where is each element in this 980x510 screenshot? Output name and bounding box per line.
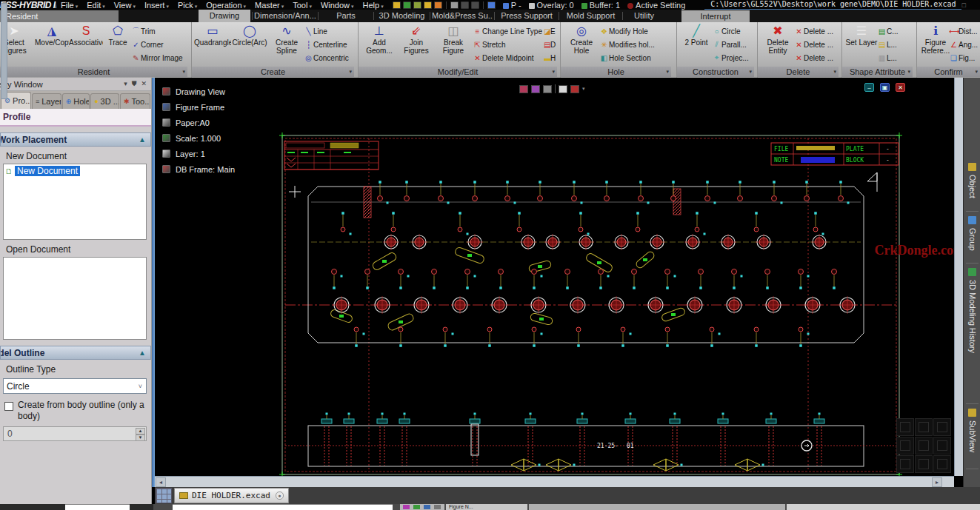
tree-paper[interactable]: Paper:A0 [162, 115, 235, 130]
menu-tool[interactable]: Tool▾ [288, 1, 316, 10]
panel-tab-hole[interactable]: ⊕Hole [62, 93, 90, 109]
shape-attr-c-button[interactable]: ▤C... [877, 24, 911, 38]
scroll-left-button[interactable]: ◂ [156, 477, 166, 487]
view-config-icon[interactable] [519, 85, 528, 93]
create-spline-button[interactable]: ∿Create Spline [268, 24, 305, 55]
view-orientation-icon[interactable] [915, 455, 933, 473]
drawing-canvas[interactable]: FILENOTEPLATEBLOCK--21-25-01 Drawing Vie… [155, 78, 954, 476]
new-file-icon[interactable] [393, 1, 401, 9]
move-copy-button[interactable]: ◮Move/Copy [35, 24, 69, 55]
canvas-maximize-button[interactable]: ▣ [880, 83, 890, 92]
trace-button[interactable]: ⬠Trace [103, 24, 133, 55]
import-icon[interactable] [424, 1, 432, 9]
delete-option-3-button[interactable]: ✕Delete ... [794, 51, 837, 64]
hole-section-button[interactable]: ◧Hole Section [599, 51, 670, 64]
delete-midpoint-button[interactable]: ✕Delete Midpoint [473, 51, 544, 64]
menu-operation[interactable]: Operation▾ [201, 1, 250, 10]
spinner-down-button[interactable]: ▼ [136, 434, 145, 441]
group-label-shape-attribute[interactable]: Shape Attribute▾ [842, 67, 913, 77]
view-orientation-icon[interactable] [915, 418, 933, 436]
change-line-type-button[interactable]: ≡Change Line Type [473, 24, 544, 38]
side-tab-group[interactable]: Group [964, 214, 980, 258]
undo-icon[interactable] [461, 1, 469, 9]
tree-drawing-view[interactable]: Drawing View [162, 84, 235, 99]
panel-tab-layer[interactable]: ≡Layer [32, 93, 61, 109]
record-icon[interactable] [570, 85, 579, 93]
corner-button[interactable]: ✓Corner [131, 38, 186, 51]
group-label-confirm[interactable]: Confirm▾ [917, 67, 980, 77]
tab-mold-support[interactable]: Mold Support [561, 10, 621, 22]
export-icon[interactable] [434, 1, 442, 9]
panel-pin-button[interactable]: ⛊ [132, 80, 137, 88]
group-label-construction[interactable]: Construction▾ [677, 67, 754, 77]
delete-option-2-button[interactable]: ✕Delete ... [794, 38, 837, 51]
canvas-close-button[interactable]: ✕ [896, 83, 905, 92]
side-tab-subview[interactable]: SubView [964, 406, 980, 464]
vertical-scrollbar-thumb[interactable] [1, 3, 7, 99]
centerline-button[interactable]: ┆Centerline [304, 38, 353, 51]
distance-button[interactable]: ⟷Dist... [949, 24, 979, 38]
panel-menu-button[interactable]: ▾ [124, 80, 127, 88]
grid-toggle-button[interactable] [156, 488, 172, 503]
tab-press-support[interactable]: Press Support [496, 10, 557, 22]
modifies-holes-button[interactable]: ✳Modifies hol... [599, 38, 670, 51]
quadrangle-button[interactable]: ▭Quadrangle [194, 24, 231, 55]
side-tab-3d-history[interactable]: 3D Modeling History [964, 266, 980, 399]
group-label-delete[interactable]: Delete▾ [758, 67, 839, 77]
angle-button[interactable]: ∠Ang... [949, 38, 979, 51]
toolbar-more-icon[interactable]: ▾ [582, 86, 585, 92]
tab-resident[interactable]: Resident [0, 10, 119, 22]
bottom-tool-icon[interactable] [434, 505, 441, 509]
view-orientation-icon[interactable] [933, 437, 951, 454]
menu-insert[interactable]: Insert▾ [140, 1, 173, 10]
figure-confirm-button[interactable]: ❏Fig... [949, 51, 979, 64]
panel-tab-tools[interactable]: ✱Too... [120, 93, 150, 109]
figure-reference-button[interactable]: ℹFigure Refere... [919, 24, 952, 55]
construction-circle-button[interactable]: ○Circle [712, 24, 753, 38]
view-orientation-icon[interactable] [933, 455, 951, 473]
menu-window[interactable]: Window▾ [316, 1, 359, 10]
projection-button[interactable]: ⌖Projec... [712, 51, 753, 64]
menu-master[interactable]: Master▾ [250, 1, 288, 10]
tree-db-frame[interactable]: DB Frame: Main [162, 161, 235, 177]
printer-icon[interactable] [450, 1, 459, 9]
group-label-resident[interactable]: Resident▾ [0, 67, 187, 77]
join-figures-button[interactable]: ⇙Join Figures [398, 24, 435, 55]
view-orientation-icon[interactable] [896, 437, 914, 454]
menu-edit[interactable]: Edit▾ [82, 1, 109, 10]
delete-option-1-button[interactable]: ✕Delete ... [794, 24, 837, 38]
horizontal-scrollbar[interactable]: ◂ ▸ [155, 476, 954, 487]
line-button[interactable]: ╲Line [304, 24, 353, 38]
tab-utility[interactable]: Utility [624, 10, 664, 22]
tree-layer[interactable]: Layer: 1 [162, 146, 235, 161]
work-placement-header[interactable]: Work Placement ▲ [0, 132, 151, 147]
save-icon[interactable] [413, 1, 421, 9]
delete-entity-button[interactable]: ✖Delete Entity [760, 24, 796, 55]
outline-value-spinner[interactable]: 0 ▲ ▼ [3, 426, 147, 441]
create-hole-button[interactable]: ◎Create Hole [563, 24, 600, 55]
group-label-modify-edit[interactable]: Modify/Edit▾ [359, 67, 557, 77]
tab-3d-modeling[interactable]: 3D Modeling [376, 10, 428, 22]
add-geometry-button[interactable]: ⊥Add Geom... [361, 24, 398, 55]
tab-mold-press-su-[interactable]: Mold&Press Su... [432, 10, 493, 22]
associative-button[interactable]: SAssociative [69, 24, 103, 55]
new-document-list[interactable]: 🗋 New Document [3, 164, 147, 240]
tab-dimension-ann-[interactable]: Dimension/Ann... [254, 10, 316, 22]
menu-help[interactable]: Help▾ [359, 1, 388, 10]
tree-figure-frame[interactable]: Figure Frame [162, 99, 235, 115]
coordinate-input[interactable] [173, 504, 393, 510]
concentric-button[interactable]: ◎Concentric [304, 51, 353, 64]
open-folder-icon[interactable] [403, 1, 411, 9]
vertical-scrollbar[interactable] [954, 78, 963, 476]
spinner-up-button[interactable]: ▲ [136, 428, 145, 434]
group-label-create[interactable]: Create▾ [192, 67, 354, 77]
tree-scale[interactable]: Scale: 1.000 [162, 130, 235, 146]
menu-view[interactable]: View▾ [110, 1, 140, 10]
break-figure-button[interactable]: ◫Break Figure [435, 24, 472, 55]
menu-pick[interactable]: Pick▾ [173, 1, 201, 10]
view-orientation-icon[interactable] [933, 418, 951, 436]
shape-attr-l1-button[interactable]: ▤L... [877, 38, 911, 51]
stretch-button[interactable]: ⇱Stretch [473, 38, 544, 51]
tab-drawing[interactable]: Drawing [199, 10, 250, 22]
tab-interrupt[interactable]: Interrupt [681, 10, 750, 22]
